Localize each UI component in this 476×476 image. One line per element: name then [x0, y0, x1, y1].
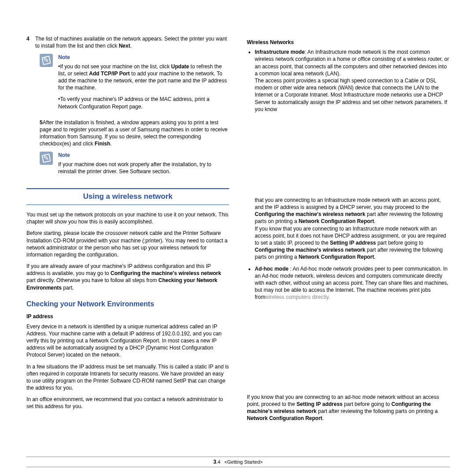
intro-p2: Before starting, please locate the cross…	[26, 230, 229, 258]
gap	[247, 305, 450, 394]
infrastructure-item: Infrastructure mode: An Infrastructure m…	[255, 48, 450, 113]
step-4: 4 The list of machines available on the …	[26, 35, 229, 49]
note-2-text: If your machine does not work properly a…	[58, 161, 229, 175]
page: 4 The list of machines available on the …	[0, 0, 476, 444]
note-1-item-a: •If you do not see your machine on the l…	[58, 63, 229, 92]
section-title: Using a wireless network	[26, 188, 229, 205]
step-4-number: 4	[26, 35, 35, 49]
infra-continuation-1: that you are connecting to an Infrastruc…	[255, 197, 450, 261]
gap	[247, 117, 450, 197]
note-1: Note •If you do not see your machine on …	[40, 54, 229, 114]
note-2-content: Note If your machine does not work prope…	[58, 152, 229, 179]
footer-section: <Getting Started>	[224, 459, 263, 465]
chapter-number: 3	[213, 459, 216, 465]
note-icon	[40, 152, 53, 165]
note-1-item-b: •To verify your machine's IP address or …	[58, 96, 229, 110]
topic-ip-address: IP address	[26, 313, 229, 320]
intro-p3: If you are already aware of your machine…	[26, 263, 229, 291]
ip-p1: Every device in a network is identified …	[26, 323, 229, 359]
note-2: Note If your machine does not work prope…	[40, 152, 229, 179]
topic-wireless-networks: Wireless Networks	[247, 39, 450, 46]
ip-p3: In an office environment, we recommend t…	[26, 396, 229, 410]
page-footer: 3.4 <Getting Started>	[26, 457, 450, 467]
adhoc-continuation: If you know that you are connecting to a…	[247, 394, 450, 422]
step-4-text: The list of machines available on the ne…	[35, 35, 229, 49]
ip-p2: In a few situations the IP address must …	[26, 363, 229, 392]
note-1-title: Note	[58, 54, 229, 61]
step-5: 5After the installation is finished, a w…	[40, 119, 229, 148]
intro-p1: You must set up the network protocols on…	[26, 211, 229, 225]
adhoc-list: Ad-hoc mode : An Ad-hoc mode network pro…	[247, 265, 450, 301]
note-2-title: Note	[58, 152, 229, 159]
adhoc-item: Ad-hoc mode : An Ad-hoc mode network pro…	[255, 265, 450, 301]
page-number: .4	[216, 459, 220, 465]
wireless-list: Infrastructure mode: An Infrastructure m…	[247, 48, 450, 113]
note-icon	[40, 54, 53, 67]
left-column: 4 The list of machines available on the …	[26, 35, 229, 426]
right-column: Wireless Networks Infrastructure mode: A…	[247, 35, 450, 426]
note-1-content: Note •If you do not see your machine on …	[58, 54, 229, 114]
subsection-heading: Checking your Network Environments	[26, 299, 229, 309]
